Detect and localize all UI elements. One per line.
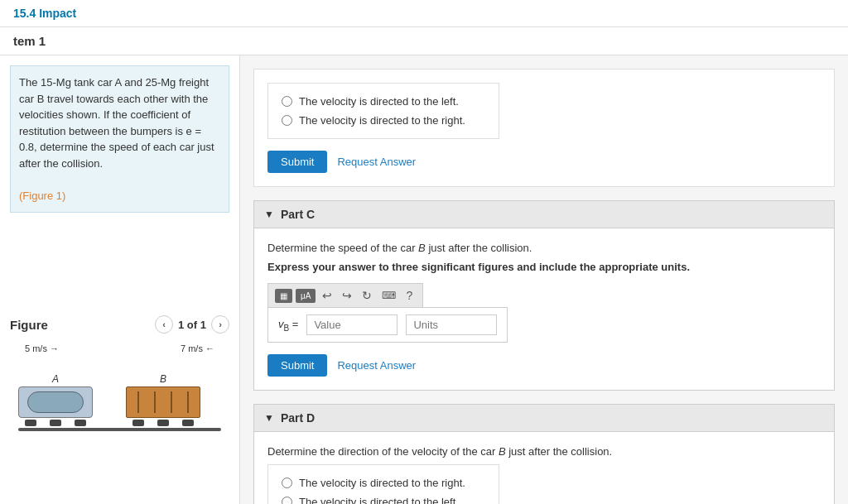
radio-left-1-label: The velocity is directed to the left. [299,95,459,108]
part-d-label: Part D [281,411,315,425]
problem-title: tem 1 [13,34,46,48]
part-c-question: Determine the speed of the car B just af… [267,242,821,254]
car-a-velocity: 5 m/s [25,343,47,353]
figure-label: Figure [10,318,48,332]
part-b-submit-button[interactable]: Submit [267,151,327,173]
radio-right-1[interactable] [282,115,292,126]
part-c-submit-button[interactable]: Submit [267,354,327,377]
part-c-header[interactable]: ▼ Part C [253,200,835,228]
car-b-velocity: 7 m/s [181,343,203,353]
part-d-content: Determine the direction of the velocity … [253,432,835,504]
part-c-section: ▼ Part C Determine the speed of the car … [253,200,835,391]
part-c-arrow: ▼ [264,209,274,220]
part-d-radio-left[interactable] [282,497,292,504]
right-panel: The velocity is directed to the left. Th… [240,55,848,504]
toolbar-redo-btn[interactable]: ↪ [339,287,355,304]
radio-left-1[interactable] [282,96,292,107]
part-d-arrow: ▼ [264,412,274,424]
part-c-content: Determine the speed of the car B just af… [253,228,835,391]
part-d-radio-left-label: The velocity is directed to the left. [299,496,459,504]
figure-link[interactable]: (Figure 1) [19,190,65,202]
part-d-radio-group: The velocity is directed to the right. T… [267,464,499,504]
part-d-question: Determine the direction of the velocity … [267,445,821,458]
math-variable-label: vB = [278,318,298,333]
part-c-request-answer-link[interactable]: Request Answer [337,359,416,372]
units-input[interactable] [406,314,497,335]
part-b-radio-group: The velocity is directed to the left. Th… [267,83,499,139]
figure-page: 1 of 1 [178,319,206,331]
value-input[interactable] [306,314,398,335]
car-b-label: B [160,373,166,385]
toolbar-refresh-btn[interactable]: ↻ [359,287,375,304]
toolbar-help-btn[interactable]: ? [402,287,416,304]
figure-prev-button[interactable]: ‹ [155,315,173,334]
part-b-request-answer-link[interactable]: Request Answer [337,156,416,168]
toolbar-matrix-btn[interactable]: ▦ [275,289,292,303]
toolbar-mu-btn[interactable]: μA [296,289,316,303]
part-c-instruction: Express your answer to three significant… [267,261,821,273]
car-a-label: A [52,373,59,385]
part-d-radio-right-label: The velocity is directed to the right. [299,477,465,489]
part-d-header[interactable]: ▼ Part D [253,404,835,432]
math-input-row: vB = [267,307,508,343]
problem-description: The 15-Mg tank car A and 25-Mg freight c… [10,65,229,213]
part-d-radio-right[interactable] [282,478,292,488]
toolbar-keyboard-btn[interactable]: ⌨ [378,288,399,303]
part-c-label: Part C [281,208,315,221]
toolbar-undo-btn[interactable]: ↩ [319,287,335,304]
figure-navigation: ‹ 1 of 1 › [155,315,229,334]
section-link[interactable]: 15.4 Impact [13,7,76,20]
left-panel: The 15-Mg tank car A and 25-Mg freight c… [0,55,240,504]
figure-next-button[interactable]: › [211,315,229,334]
radio-right-1-label: The velocity is directed to the right. [299,114,465,127]
math-toolbar: ▦ μA ↩ ↪ ↻ ⌨ ? [267,283,423,307]
part-d-section: ▼ Part D Determine the direction of the … [253,404,835,504]
